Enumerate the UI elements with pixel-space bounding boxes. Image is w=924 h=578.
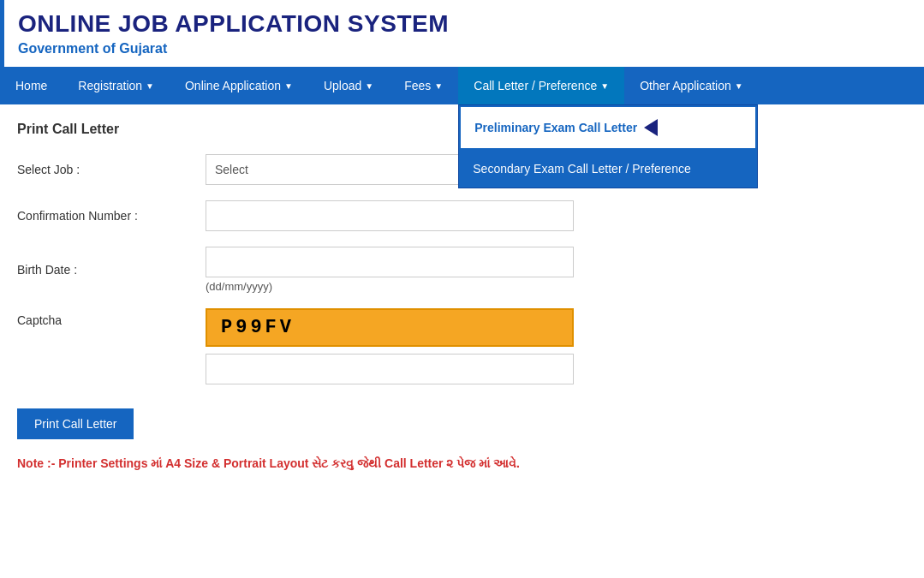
- confirmation-number-label: Confirmation Number :: [17, 209, 206, 223]
- nav-other-application[interactable]: Other Application ▼: [624, 67, 759, 104]
- captcha-group: Captcha P99FV: [17, 308, 907, 384]
- nav-call-letter-wrapper: Call Letter / Preference ▼ Preliminary E…: [458, 67, 624, 104]
- nav-online-application[interactable]: Online Application ▼: [170, 67, 308, 104]
- captcha-label: Captcha: [17, 308, 206, 327]
- chevron-down-icon: ▼: [146, 81, 154, 91]
- birth-date-field-wrapper: (dd/mm/yyyy): [206, 247, 574, 293]
- captcha-wrapper: P99FV: [206, 308, 574, 384]
- dropdown-item-preliminary[interactable]: Preliminary Exam Call Letter: [459, 105, 757, 150]
- site-title: ONLINE JOB APPLICATION SYSTEM: [18, 10, 910, 38]
- navbar: Home Registration ▼ Online Application ▼…: [0, 67, 924, 104]
- select-job-label: Select Job :: [17, 163, 206, 176]
- captcha-input[interactable]: [206, 354, 574, 384]
- nav-fees[interactable]: Fees ▼: [389, 67, 458, 104]
- note-text: Note :- Printer Settings માં A4 Size & P…: [17, 456, 907, 471]
- dropdown-item-secondary[interactable]: Secondary Exam Call Letter / Preference: [459, 150, 757, 188]
- birth-date-label: Birth Date :: [17, 263, 206, 277]
- arrow-left-icon: [644, 119, 658, 136]
- print-call-letter-button[interactable]: Print Call Letter: [17, 408, 134, 439]
- birth-date-input[interactable]: [206, 247, 574, 277]
- nav-home[interactable]: Home: [0, 67, 63, 104]
- chevron-down-icon: ▼: [600, 81, 609, 91]
- chevron-down-icon: ▼: [434, 81, 443, 91]
- chevron-down-icon: ▼: [365, 81, 373, 91]
- birth-date-hint: (dd/mm/yyyy): [206, 280, 574, 293]
- nav-upload[interactable]: Upload ▼: [308, 67, 389, 104]
- nav-call-letter[interactable]: Call Letter / Preference ▼: [458, 67, 624, 104]
- captcha-image: P99FV: [206, 308, 574, 347]
- confirmation-number-group: Confirmation Number :: [17, 200, 907, 231]
- site-subtitle: Government of Gujarat: [18, 41, 910, 57]
- birth-date-group: Birth Date : (dd/mm/yyyy): [17, 247, 907, 293]
- site-header: ONLINE JOB APPLICATION SYSTEM Government…: [0, 0, 924, 67]
- chevron-down-icon: ▼: [735, 81, 743, 91]
- nav-registration[interactable]: Registration ▼: [63, 67, 170, 104]
- confirmation-number-input[interactable]: [206, 200, 574, 231]
- chevron-down-icon: ▼: [284, 81, 293, 91]
- call-letter-dropdown: Preliminary Exam Call Letter Secondary E…: [458, 104, 758, 188]
